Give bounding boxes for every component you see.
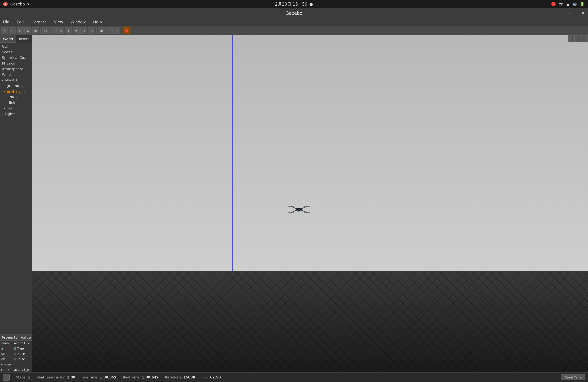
window-title: Gazebo [286,11,302,16]
system-bar-left: ● Gazebo ▾ [3,2,29,6]
sidebar: World Insert GUI Scene Spherical Co... P… [0,35,32,372]
toolbar-record-btn[interactable]: 🔴 [123,27,130,34]
viewport-btn-1[interactable]: □ [569,36,574,42]
tree-asphalt[interactable]: ▾ asphalt_... [0,89,32,94]
battery-icon: 🔋 [580,2,585,6]
viewport-btn-3[interactable]: ✕ [582,36,587,42]
rtf-indicator: Real Time Factor: 1.00 [37,375,75,379]
title-bar: Gazebo ─ □ ✕ [0,8,588,18]
toolbar-box-btn[interactable]: □ [50,27,57,34]
toolbar-scale-btn[interactable]: ⟲ [32,27,39,34]
close-button[interactable]: ● [3,2,8,6]
lang-label[interactable]: en [559,2,564,6]
pause-button[interactable]: ⏸ [3,374,10,381]
toolbar-select-btn[interactable]: ✛ [1,27,8,34]
prop-en-value: False [13,357,32,362]
value-col-header: Value [19,335,32,340]
menu-bar: File Edit Camera View Window Help [0,18,588,26]
world-tree: GUI Scene Spherical Co... Physics Atmosp… [0,43,32,117]
toolbar-rotate-btn[interactable]: ↻ [24,27,31,34]
app-dropdown-arrow[interactable]: ▾ [27,2,29,6]
svg-point-11 [298,210,300,212]
iris-expand-arrow: ▸ [4,107,5,110]
property-col-header: Property [0,335,19,340]
tree-iris[interactable]: ▸ iris [0,105,32,111]
prop-row-link: ▸ link asphalt_p [0,367,32,372]
status-dot: ● [309,2,313,7]
real-time-value: 1:00.642 [142,375,159,379]
toolbar-star-btn[interactable]: ✶ [65,27,72,34]
toolbar-circle-btn[interactable]: ○ [42,27,49,34]
menu-view[interactable]: View [53,19,64,25]
sim-time-indicator: Sim Time: 1:00.352 [82,375,116,379]
prop-row-pose: ▸ pose [0,362,32,367]
tree-wind[interactable]: Wind [0,72,32,77]
toolbar-move-btn[interactable]: ↔ [17,27,24,34]
svg-rect-9 [296,210,297,211]
toolbar-sep-2 [96,28,97,34]
tree-spherical-coords[interactable]: Spherical Co... [0,55,32,61]
prop-row-en: en... False [0,357,32,362]
pose-expand-icon: ▸ [1,362,3,366]
svg-point-7 [288,212,294,213]
link-expand-icon: ▸ [1,368,3,371]
toolbar-circle-plus-btn[interactable]: ⊕ [80,27,87,34]
svg-rect-10 [300,210,301,211]
is-checkbox[interactable] [14,347,16,350]
window-controls: ─ □ ✕ [568,11,585,16]
app-name-label: Gazebo [10,2,25,6]
menu-help[interactable]: Help [92,19,103,25]
menu-edit[interactable]: Edit [15,19,25,25]
sim-time-label: Sim Time: [82,375,99,379]
tree-atmosphere[interactable]: Atmosphere [0,66,32,72]
blue-axis-line [232,35,232,288]
toolbar-remove-btn[interactable]: ⊟ [105,27,113,34]
system-bar-center: 2月20日 15：59 ● [275,1,313,7]
toolbar: ✛ ↖ ↔ ↻ ⟲ ○ □ ◇ ✶ ✚ ⊕ ⊗ ▣ ⊟ ⊞ 🔴 [0,26,588,35]
viewport-btn-2[interactable]: ⬚ [575,36,581,42]
menu-file[interactable]: File [1,19,11,25]
drone-object [288,205,310,217]
steps-indicator: Steps: 1 [16,375,30,379]
tree-link[interactable]: link [0,100,32,105]
en-checkbox[interactable] [14,358,16,360]
prop-link-value: asphalt_p [13,367,32,372]
toolbar-arrow-btn[interactable]: ↖ [9,27,16,34]
tab-insert[interactable]: Insert [16,35,32,43]
toolbar-diamond-btn[interactable]: ◇ [57,27,64,34]
prop-pose-value [13,362,32,367]
property-panel: Property Value name asphalt_p is ... Tru… [0,335,32,372]
toolbar-add-btn[interactable]: ⊞ [113,27,120,34]
tree-gui[interactable]: GUI [0,44,32,49]
tree-ground[interactable]: ▸ ground_... [0,83,32,89]
menu-camera[interactable]: Camera [30,19,48,25]
viewport[interactable]: □ ⬚ ✕ [32,35,588,372]
tab-world[interactable]: World [0,35,16,43]
viewport-ground [32,271,588,372]
tree-scene[interactable]: Scene [0,49,32,55]
toolbar-grid-btn[interactable]: ▣ [98,27,105,34]
prop-pose-label: ▸ pose [0,362,13,367]
prop-link-label: ▸ link [0,367,13,372]
toolbar-circle-x-btn[interactable]: ⊗ [88,27,95,34]
svg-point-5 [288,206,294,207]
tree-lights[interactable]: ▸ Lights [0,111,32,117]
main-area: World Insert GUI Scene Spherical Co... P… [0,35,588,372]
tree-models[interactable]: ▸ Models [0,77,32,83]
steps-value: 1 [28,375,30,379]
sel-checkbox[interactable] [14,353,16,355]
reset-time-button[interactable]: Reset Time [561,374,585,381]
window-close-button[interactable]: ✕ [581,11,585,16]
iterations-label: Iterations: [165,375,182,379]
viewport-sky [32,35,588,288]
fps-value: 62.50 [210,375,221,379]
menu-window[interactable]: Window [69,19,87,25]
toolbar-plus-btn[interactable]: ✚ [73,27,80,34]
maximize-button[interactable]: □ [574,11,578,16]
tree-links[interactable]: LINKS [0,94,32,100]
tree-physics[interactable]: Physics [0,61,32,66]
real-time-indicator: Real Time: 1:00.642 [123,375,158,379]
minimize-button[interactable]: ─ [568,11,570,16]
volume-icon: 🔊 [572,2,577,6]
models-expand-arrow: ▸ [2,79,3,82]
